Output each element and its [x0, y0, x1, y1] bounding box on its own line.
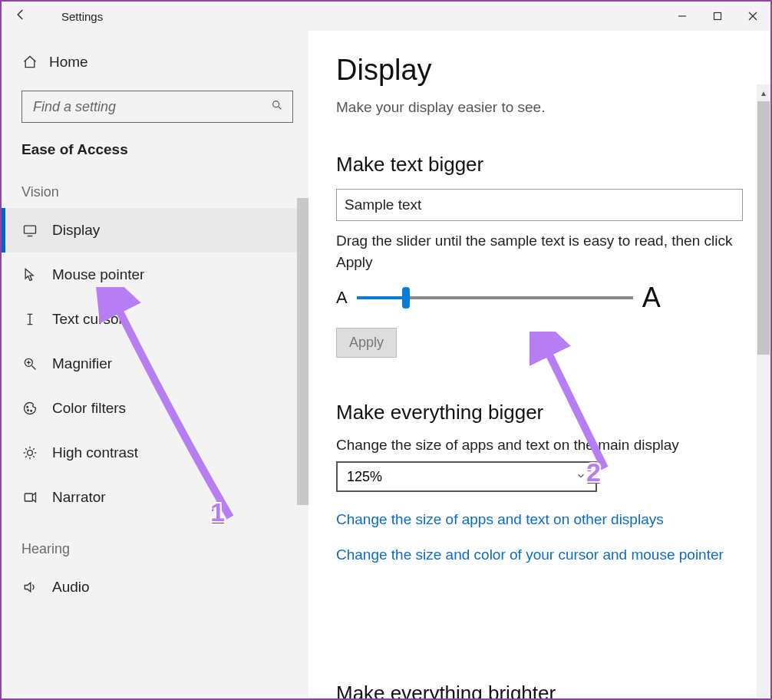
- home-icon: [21, 54, 38, 70]
- svg-line-23: [25, 456, 27, 457]
- sidebar: Home Ease of Access Vision Display Mouse…: [2, 31, 308, 698]
- sidebar-item-audio[interactable]: Audio: [2, 565, 308, 609]
- svg-rect-25: [25, 494, 32, 501]
- sidebar-item-label: Magnifier: [52, 355, 112, 372]
- text-size-slider-row: A A: [336, 282, 751, 314]
- chevron-down-icon: [576, 469, 586, 485]
- slider-thumb[interactable]: [402, 287, 410, 309]
- svg-line-22: [33, 456, 35, 457]
- slider-min-label: A: [336, 288, 348, 308]
- content-pane: Display Make your display easier to see.…: [308, 31, 770, 698]
- home-label: Home: [49, 54, 88, 71]
- speaker-icon: [21, 579, 38, 595]
- scrollbar-up-arrow[interactable]: ▲: [757, 86, 770, 100]
- svg-point-4: [273, 101, 279, 107]
- svg-rect-6: [25, 226, 36, 233]
- sidebar-item-label: Display: [52, 222, 100, 239]
- minimize-button[interactable]: [665, 2, 700, 31]
- brightness-icon: [21, 445, 38, 461]
- slider-fill: [357, 296, 407, 299]
- svg-line-5: [279, 107, 281, 109]
- section-make-text-bigger: Make text bigger: [336, 153, 751, 177]
- svg-line-10: [32, 366, 36, 370]
- palette-icon: [21, 401, 38, 416]
- cursor-icon: [21, 267, 38, 282]
- scale-dropdown[interactable]: 125%: [336, 461, 597, 492]
- home-nav[interactable]: Home: [2, 46, 308, 78]
- link-cursor-settings[interactable]: Change the size and color of your cursor…: [336, 544, 735, 566]
- sidebar-item-label: Text cursor: [52, 311, 124, 328]
- sidebar-item-label: Color filters: [52, 400, 126, 417]
- sidebar-item-magnifier[interactable]: Magnifier: [2, 342, 308, 386]
- titlebar: Settings: [2, 2, 770, 31]
- page-title: Display: [336, 54, 751, 87]
- slider-description: Drag the slider until the sample text is…: [336, 230, 751, 272]
- close-button[interactable]: [735, 2, 770, 31]
- group-vision-label: Vision: [2, 163, 308, 208]
- sidebar-item-narrator[interactable]: Narrator: [2, 475, 308, 520]
- sidebar-item-label: Audio: [52, 579, 90, 596]
- svg-point-15: [31, 411, 32, 412]
- narrator-icon: [21, 490, 38, 505]
- svg-point-14: [28, 410, 29, 411]
- svg-line-21: [25, 448, 27, 450]
- svg-line-24: [33, 448, 35, 450]
- text-cursor-icon: [21, 312, 38, 327]
- svg-point-16: [28, 451, 33, 456]
- sidebar-item-label: Narrator: [52, 489, 106, 506]
- sidebar-item-display[interactable]: Display: [2, 208, 308, 253]
- sample-text-box: Sample text: [336, 189, 743, 221]
- search-box[interactable]: [21, 91, 293, 123]
- search-icon: [271, 99, 283, 114]
- monitor-icon: [21, 223, 38, 238]
- scale-dropdown-label: Change the size of apps and text on the …: [336, 437, 751, 454]
- search-input[interactable]: [31, 98, 271, 116]
- group-hearing-label: Hearing: [2, 520, 308, 565]
- svg-rect-1: [714, 13, 721, 20]
- apply-button[interactable]: Apply: [336, 328, 397, 358]
- sidebar-item-color-filters[interactable]: Color filters: [2, 386, 308, 431]
- link-other-displays[interactable]: Change the size of apps and text on othe…: [336, 509, 735, 530]
- window-title: Settings: [40, 10, 103, 23]
- sidebar-item-label: High contrast: [52, 444, 138, 461]
- scale-dropdown-value: 125%: [347, 469, 382, 485]
- sidebar-item-text-cursor[interactable]: Text cursor: [2, 297, 308, 342]
- sidebar-item-high-contrast[interactable]: High contrast: [2, 431, 308, 475]
- back-button[interactable]: [2, 8, 40, 25]
- text-size-slider[interactable]: [357, 296, 633, 299]
- slider-max-label: A: [642, 282, 661, 314]
- sidebar-scrollbar[interactable]: [297, 198, 308, 505]
- svg-point-13: [27, 407, 28, 408]
- section-make-everything-bigger: Make everything bigger: [336, 401, 751, 424]
- sidebar-item-label: Mouse pointer: [52, 266, 144, 283]
- magnifier-icon: [21, 356, 38, 371]
- page-subtitle: Make your display easier to see.: [336, 99, 751, 116]
- sidebar-item-mouse-pointer[interactable]: Mouse pointer: [2, 253, 308, 297]
- content-scrollbar-thumb[interactable]: [757, 101, 770, 355]
- maximize-button[interactable]: [700, 2, 735, 31]
- section-partial-next: Make everything brighter: [336, 682, 556, 698]
- section-header: Ease of Access: [2, 123, 308, 163]
